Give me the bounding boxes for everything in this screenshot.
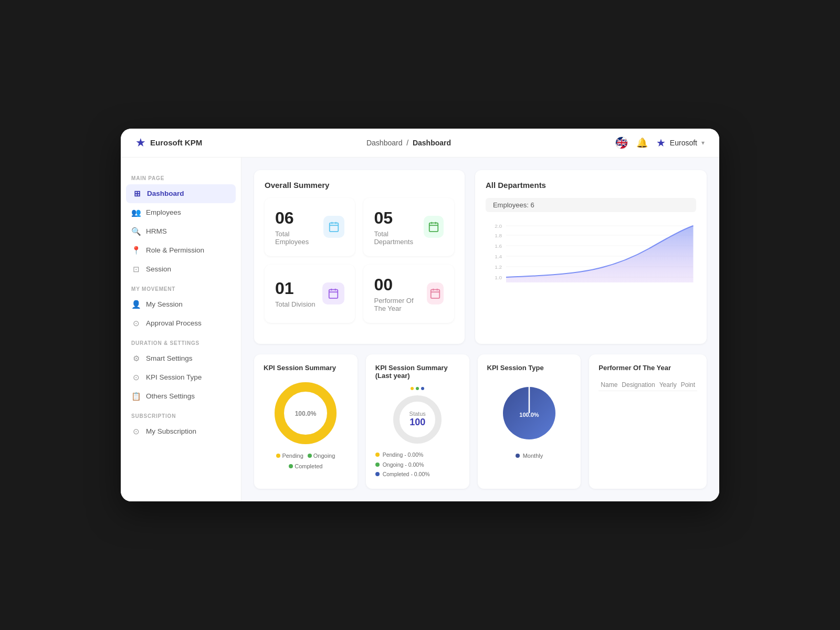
role-icon: 📍: [131, 246, 141, 255]
kpi-session-type-panel: KPI Session Type: [478, 354, 581, 489]
user-menu[interactable]: ★ Eurosoft ▾: [656, 136, 705, 149]
approval-icon: ⊙: [131, 319, 141, 328]
sidebar-item-label: Dashboard: [147, 190, 184, 197]
sidebar-item-label: Employees: [146, 208, 181, 216]
kpi-session-icon: ⊙: [131, 373, 141, 382]
sidebar-item-session[interactable]: ⊡ Session: [121, 260, 241, 279]
all-departments-panel: All Departments Employees: 6 2.0 1.8: [475, 170, 707, 344]
app-container: ★ Eurosoft KPM Dashboard / Dashboard 🇬🇧 …: [121, 129, 719, 502]
top-row: Overall Summery 06 Total Employees: [254, 170, 707, 344]
svg-text:1.8: 1.8: [495, 233, 502, 238]
stat-card-total-division: 01 Total Division: [265, 265, 355, 323]
sidebar-item-others-settings[interactable]: 📋 Others Settings: [121, 387, 241, 406]
all-departments-title: All Departments: [486, 181, 696, 190]
svg-rect-0: [330, 223, 339, 232]
stat-card-performer: 00 Performer Of The Year: [363, 265, 454, 323]
stat-number-departments: 05: [374, 208, 424, 228]
sidebar-item-role-permission[interactable]: 📍 Role & Permission: [121, 241, 241, 260]
sidebar-section-main: MAIN PAGE: [121, 168, 241, 184]
sidebar: MAIN PAGE ⊞ Dashboard 👥 Employees 🔍 HRMS…: [121, 158, 242, 502]
legend-pending-lastyear: Pending - 0.00%: [375, 450, 460, 460]
total-division-icon: [322, 282, 344, 304]
breadcrumb: Dashboard / Dashboard: [366, 139, 451, 147]
main-layout: MAIN PAGE ⊞ Dashboard 👥 Employees 🔍 HRMS…: [121, 158, 719, 502]
sidebar-item-label: Role & Permission: [146, 246, 204, 254]
last-year-legend: Pending - 0.00% Ongoing - 0.00% Complete…: [375, 450, 460, 480]
status-donut-wrap: Status 100: [375, 387, 460, 446]
legend-monthly: Monthly: [516, 453, 543, 459]
svg-rect-8: [329, 290, 338, 299]
col-yearly: Yearly: [657, 379, 679, 391]
sidebar-section-subscription: SUBSCRIPTION: [121, 406, 241, 422]
svg-text:1.0: 1.0: [495, 275, 502, 280]
status-dots: [411, 387, 424, 390]
language-flag-icon[interactable]: 🇬🇧: [615, 136, 628, 149]
legend-pending: Pending: [276, 453, 303, 459]
stat-card-total-employees: 06 Total Employees: [265, 198, 355, 256]
sidebar-item-hrms[interactable]: 🔍 HRMS: [121, 222, 241, 241]
sidebar-item-label: Others Settings: [146, 392, 195, 400]
kpi-donut-legend: Pending Ongoing Completed: [264, 453, 348, 469]
total-departments-icon: [424, 216, 444, 238]
overall-summary-title: Overall Summery: [265, 181, 454, 190]
sidebar-item-employees[interactable]: 👥 Employees: [121, 203, 241, 222]
header: ★ Eurosoft KPM Dashboard / Dashboard 🇬🇧 …: [121, 129, 719, 158]
session-icon: ⊡: [131, 265, 141, 274]
svg-rect-12: [431, 290, 440, 299]
dot-ongoing: [416, 387, 419, 390]
col-point: Point: [679, 379, 697, 391]
dot-pending: [411, 387, 414, 390]
svg-rect-4: [429, 223, 438, 232]
my-session-icon: 👤: [131, 300, 141, 309]
kpi-donut-chart: 100.0%: [271, 379, 340, 447]
stats-grid: 06 Total Employees: [265, 198, 454, 323]
chevron-down-icon: ▾: [701, 139, 705, 146]
svg-text:1.6: 1.6: [495, 243, 502, 248]
performer-of-year-panel: Performer Of The Year Name Designation Y…: [589, 354, 707, 489]
kpi-donut-wrap: 100.0%: [264, 379, 348, 447]
sidebar-item-approval-process[interactable]: ⊙ Approval Process: [121, 314, 241, 333]
employees-badge: Employees: 6: [486, 198, 696, 212]
bottom-row: KPI Session Summary 100.0% Pending Ongoi…: [254, 354, 707, 489]
svg-text:100.0%: 100.0%: [519, 412, 539, 418]
logo: ★ Eurosoft KPM: [135, 136, 202, 150]
sidebar-item-kpi-session-type[interactable]: ⊙ KPI Session Type: [121, 368, 241, 387]
stat-number-employees: 06: [275, 208, 323, 228]
sidebar-item-my-subscription[interactable]: ⊙ My Subscription: [121, 422, 241, 441]
main-content: Overall Summery 06 Total Employees: [242, 158, 719, 502]
kpi-last-year-panel: KPI Session Summary (Last year): [366, 354, 469, 489]
logo-text: Eurosoft KPM: [150, 138, 202, 147]
legend-ongoing: Ongoing: [308, 453, 335, 459]
sidebar-item-smart-settings[interactable]: ⚙ Smart Settings: [121, 349, 241, 368]
logo-star-icon: ★: [135, 136, 146, 150]
dashboard-icon: ⊞: [132, 189, 142, 198]
user-name: Eurosoft: [670, 139, 697, 147]
stat-label-performer: Performer Of The Year: [374, 297, 426, 312]
sidebar-item-dashboard[interactable]: ⊞ Dashboard: [126, 184, 236, 203]
subscription-icon: ⊙: [131, 427, 141, 436]
svg-text:2.0: 2.0: [495, 223, 502, 228]
svg-text:1.4: 1.4: [495, 254, 502, 259]
kpi-last-year-title: KPI Session Summary (Last year): [375, 364, 460, 380]
session-type-donut-chart: 100.0%: [495, 379, 563, 447]
status-number: 100: [410, 417, 426, 428]
stat-label-departments: Total Departments: [374, 230, 424, 246]
performer-icon: [427, 282, 444, 304]
sidebar-item-label: KPI Session Type: [146, 373, 202, 381]
sidebar-item-label: Smart Settings: [146, 354, 193, 362]
performer-of-year-title: Performer Of The Year: [598, 364, 697, 372]
stat-label-employees: Total Employees: [275, 230, 323, 246]
kpi-session-summary-title: KPI Session Summary: [264, 364, 348, 372]
breadcrumb-current: Dashboard: [413, 139, 451, 147]
stat-number-division: 01: [275, 279, 316, 298]
sidebar-item-label: Session: [146, 265, 171, 273]
sidebar-section-movement: MY MOVEMENT: [121, 279, 241, 295]
stat-label-division: Total Division: [275, 300, 316, 308]
sidebar-item-my-session[interactable]: 👤 My Session: [121, 295, 241, 314]
notification-bell-icon[interactable]: 🔔: [636, 137, 648, 149]
col-designation: Designation: [620, 379, 657, 391]
stat-card-total-departments: 05 Total Departments: [363, 198, 454, 256]
total-employees-icon: [323, 216, 345, 238]
performer-table: Name Designation Yearly Point: [598, 379, 697, 391]
others-settings-icon: 📋: [131, 392, 141, 401]
